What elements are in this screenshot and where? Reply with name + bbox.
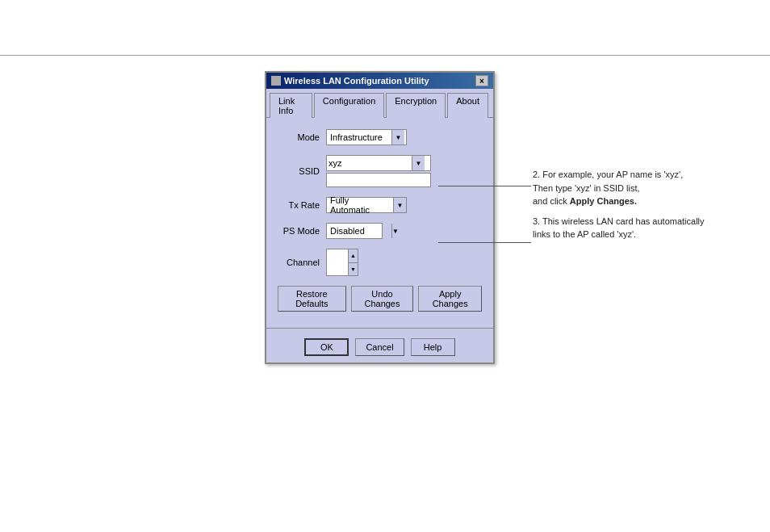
ssid-input[interactable] [327, 158, 412, 168]
apply-changes-button[interactable]: Apply Changes [418, 286, 482, 312]
cancel-button[interactable]: Cancel [355, 338, 404, 356]
ssid-arrow[interactable]: ▼ [412, 156, 425, 170]
annotation-note3: 3. This wireless LAN card has automatica… [533, 215, 726, 241]
annotation-line-1 [438, 186, 531, 186]
top-separator [0, 55, 770, 56]
undo-changes-button[interactable]: Undo Changes [351, 286, 414, 312]
txrate-label: Tx Rate [278, 200, 326, 210]
close-button[interactable]: × [475, 75, 488, 86]
ssid-dropdown[interactable]: ▼ [326, 155, 431, 171]
mode-row: Mode Infrastructure ▼ [278, 129, 482, 145]
ssid-text-field[interactable] [326, 173, 431, 187]
tab-about[interactable]: About [447, 93, 488, 118]
mode-arrow[interactable]: ▼ [391, 130, 404, 145]
dialog-content: Mode Infrastructure ▼ SSID ▼ [266, 118, 493, 323]
txrate-arrow[interactable]: ▼ [393, 198, 406, 212]
psmode-arrow[interactable]: ▼ [391, 224, 399, 238]
psmode-row: PS Mode Disabled ▼ [278, 223, 482, 239]
apply-changes-emphasis: Apply Changes. [570, 196, 637, 206]
psmode-value: Disabled [327, 226, 391, 236]
mode-label: Mode [278, 132, 326, 142]
psmode-dropdown[interactable]: Disabled ▼ [326, 223, 383, 239]
action-buttons: Restore Defaults Undo Changes Apply Chan… [278, 286, 482, 312]
ssid-container: ▼ [326, 155, 431, 187]
mode-value: Infrastructure [327, 132, 391, 142]
tab-encryption[interactable]: Encryption [386, 93, 446, 118]
channel-spinbox: ▲ ▼ [326, 249, 358, 276]
annotation-note2: 2. For example, your AP name is 'xyz', T… [533, 168, 726, 208]
ok-button[interactable]: OK [304, 338, 349, 356]
txrate-dropdown[interactable]: Fully Automatic ▼ [326, 197, 407, 213]
channel-down-button[interactable]: ▼ [349, 263, 358, 276]
channel-row: Channel ▲ ▼ [278, 249, 482, 276]
psmode-control: Disabled ▼ [326, 223, 383, 239]
tab-bar: Link Info Configuration Encryption About [266, 89, 493, 118]
tab-configuration[interactable]: Configuration [314, 93, 384, 118]
annotation-text: 2. For example, your AP name is 'xyz', T… [533, 168, 726, 248]
ssid-control: ▼ [326, 155, 431, 187]
channel-label: Channel [278, 258, 326, 267]
footer-separator [266, 328, 493, 329]
title-bar-left: Wireless LAN Configuration Utility [271, 76, 429, 86]
app-icon [271, 76, 281, 86]
title-bar: Wireless LAN Configuration Utility × [266, 73, 493, 89]
mode-dropdown[interactable]: Infrastructure ▼ [326, 129, 407, 145]
channel-up-button[interactable]: ▲ [349, 249, 358, 263]
dialog-window: Wireless LAN Configuration Utility × Lin… [265, 71, 495, 364]
txrate-control: Fully Automatic ▼ [326, 197, 407, 213]
annotation-line-2 [438, 242, 531, 243]
spinbox-arrows: ▲ ▼ [348, 249, 358, 275]
ssid-label: SSID [278, 166, 326, 176]
ssid-row: SSID ▼ [278, 155, 482, 187]
channel-control: ▲ ▼ [326, 249, 358, 276]
help-button[interactable]: Help [411, 338, 455, 356]
footer-buttons: OK Cancel Help [266, 333, 493, 362]
txrate-row: Tx Rate Fully Automatic ▼ [278, 197, 482, 213]
tab-link-info[interactable]: Link Info [270, 93, 312, 118]
psmode-label: PS Mode [278, 226, 326, 236]
dialog-title: Wireless LAN Configuration Utility [284, 76, 429, 86]
txrate-value: Fully Automatic [327, 195, 393, 215]
restore-defaults-button[interactable]: Restore Defaults [278, 286, 346, 312]
mode-control: Infrastructure ▼ [326, 129, 407, 145]
